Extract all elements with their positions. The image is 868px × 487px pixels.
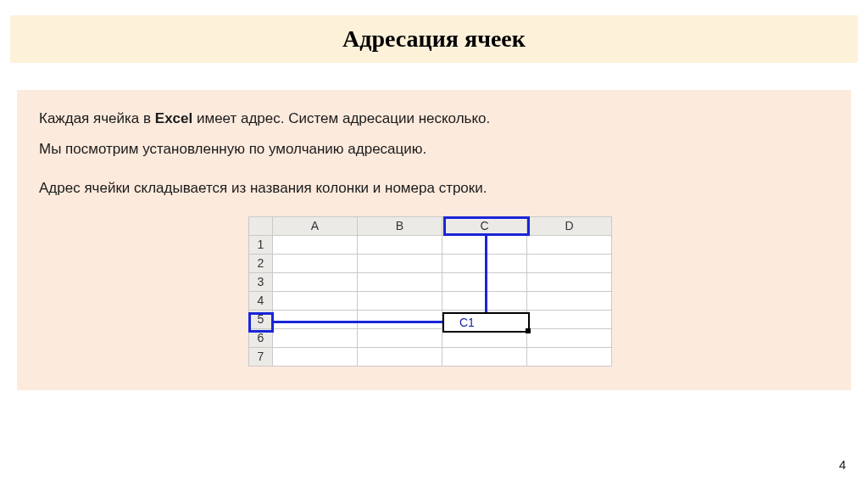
cell [273, 311, 358, 329]
p1-pre: Каждая ячейка в [39, 110, 155, 126]
target-cell: C1 [442, 312, 530, 333]
title-bar: Адресация ячеек [10, 15, 858, 63]
content-panel: Каждая ячейка в Excel имеет адрес. Систе… [17, 90, 851, 390]
cell [358, 329, 442, 348]
paragraph-2: Мы посмотрим установленную по умолчанию … [39, 139, 829, 160]
cell [358, 348, 442, 367]
paragraph-3: Адрес ячейки складывается из названия ко… [39, 178, 829, 199]
cell [442, 292, 527, 311]
cell [442, 348, 527, 367]
cell [358, 292, 442, 311]
spreadsheet-grid: A B C D 1 2 3 4 5 6 7 [248, 216, 612, 367]
cell [527, 311, 612, 329]
cell [527, 292, 612, 311]
row-header-2: 2 [249, 255, 273, 273]
cell [527, 236, 612, 255]
cell [273, 292, 358, 311]
target-cell-value: C1 [459, 315, 475, 332]
cell [442, 236, 527, 255]
col-header-d: D [527, 217, 612, 236]
cell [442, 273, 527, 292]
row-header-1: 1 [249, 236, 273, 255]
cell [358, 255, 442, 273]
cell [273, 255, 358, 273]
row-header-6: 6 [249, 329, 273, 348]
page-number: 4 [839, 457, 846, 472]
col-header-c: C [442, 217, 527, 236]
row-header-7: 7 [249, 348, 273, 367]
spreadsheet-figure: A B C D 1 2 3 4 5 6 7 C1 [248, 216, 620, 367]
p1-post: имеет адрес. Систем адресации несколько. [192, 110, 490, 126]
slide-title: Адресация ячеек [10, 25, 858, 53]
row-header-3: 3 [249, 273, 273, 292]
cell [527, 255, 612, 273]
paragraph-1: Каждая ячейка в Excel имеет адрес. Систе… [39, 109, 829, 129]
fill-handle [526, 328, 531, 333]
cell [273, 273, 358, 292]
cell [358, 311, 442, 329]
cell [527, 273, 612, 292]
cell [442, 255, 527, 273]
cell [273, 348, 358, 367]
row-header-4: 4 [249, 292, 273, 311]
cell [358, 273, 442, 292]
col-header-a: A [273, 217, 358, 236]
corner-cell [249, 217, 273, 236]
cell [273, 329, 358, 348]
cell [527, 348, 612, 367]
cell [527, 329, 612, 348]
cell [273, 236, 358, 255]
row-header-5: 5 [249, 311, 273, 329]
p1-bold: Excel [155, 110, 192, 126]
col-header-b: B [358, 217, 442, 236]
cell [358, 236, 442, 255]
